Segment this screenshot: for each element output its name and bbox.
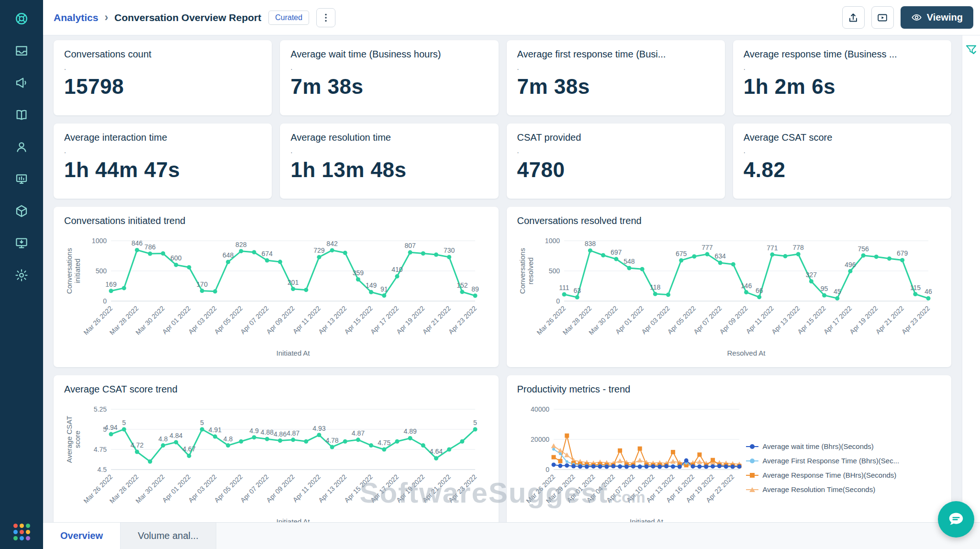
kpi-value: 1h 13m 48s bbox=[290, 158, 488, 182]
svg-text:4.89: 4.89 bbox=[403, 427, 416, 435]
svg-text:201: 201 bbox=[288, 279, 299, 286]
svg-text:842: 842 bbox=[326, 240, 338, 247]
kpi-note: . bbox=[744, 64, 941, 71]
viewing-button[interactable]: Viewing bbox=[901, 6, 973, 29]
svg-text:4.75: 4.75 bbox=[378, 439, 390, 447]
svg-text:697: 697 bbox=[611, 248, 622, 256]
report-tabs-bar: Overview Volume anal... bbox=[43, 522, 980, 549]
kpi-card-average-wait-time[interactable]: Average wait time (Business hours) . 7m … bbox=[280, 40, 498, 115]
kpi-card-average-csat-score[interactable]: Average CSAT score . 4.82 bbox=[733, 123, 951, 199]
settings-icon[interactable] bbox=[13, 267, 30, 283]
legend-item[interactable]: Average Resolution Time(Seconds) bbox=[746, 485, 941, 493]
conversations-resolved-trend-chart: 05001000Mar 26 2022Mar 28 2022Mar 30 202… bbox=[517, 228, 941, 359]
svg-text:828: 828 bbox=[235, 241, 247, 248]
chart-title: Conversations initiated trend bbox=[64, 215, 488, 226]
svg-text:786: 786 bbox=[145, 243, 156, 251]
svg-text:4.9: 4.9 bbox=[249, 427, 259, 435]
svg-text:95: 95 bbox=[820, 285, 828, 292]
svg-text:5.25: 5.25 bbox=[94, 405, 107, 413]
svg-text:Apr 09 2022: Apr 09 2022 bbox=[718, 304, 749, 336]
contacts-icon[interactable] bbox=[13, 139, 30, 155]
chart-title: Average CSAT score trend bbox=[64, 384, 488, 395]
apps-icon[interactable] bbox=[13, 203, 30, 219]
svg-text:675: 675 bbox=[675, 250, 687, 258]
svg-text:4.5: 4.5 bbox=[98, 466, 107, 473]
export-button[interactable] bbox=[842, 6, 865, 29]
svg-text:Apr 09 2022: Apr 09 2022 bbox=[265, 473, 296, 504]
svg-text:1000: 1000 bbox=[545, 237, 559, 245]
svg-text:115: 115 bbox=[910, 284, 921, 291]
app-launcher-icon[interactable] bbox=[13, 524, 30, 540]
svg-text:4.8: 4.8 bbox=[223, 435, 233, 443]
inbox-icon[interactable] bbox=[13, 43, 30, 59]
kpi-card-conversations-count[interactable]: Conversations count . 15798 bbox=[54, 40, 272, 115]
legend-item[interactable]: Average Response Time (BHrs)(Seconds) bbox=[746, 471, 941, 479]
kpi-value: 1h 44m 47s bbox=[64, 158, 261, 182]
tab-volume-analysis[interactable]: Volume anal... bbox=[121, 523, 216, 549]
kpi-note: . bbox=[290, 64, 488, 71]
svg-text:729: 729 bbox=[313, 246, 325, 254]
kpi-note: . bbox=[744, 147, 941, 154]
kpi-value: 15798 bbox=[64, 75, 261, 99]
megaphone-icon[interactable] bbox=[13, 75, 30, 91]
header: Analytics › Conversation Overview Report… bbox=[43, 0, 980, 35]
conversations-resolved-trend-card: Conversations resolved trend 05001000Mar… bbox=[507, 207, 952, 367]
breadcrumb-analytics-link[interactable]: Analytics bbox=[54, 12, 98, 23]
kpi-card-csat-provided[interactable]: CSAT provided . 4780 bbox=[507, 123, 725, 199]
home-icon[interactable] bbox=[13, 11, 30, 27]
kpi-value: 7m 38s bbox=[517, 75, 714, 99]
svg-text:4.8: 4.8 bbox=[158, 435, 168, 443]
sidebar bbox=[0, 0, 43, 549]
monitor-icon[interactable] bbox=[13, 235, 30, 251]
kpi-value: 4.82 bbox=[744, 158, 941, 182]
kpi-card-average-resolution-time[interactable]: Average resolution time . 1h 13m 48s bbox=[280, 123, 498, 199]
kebab-icon bbox=[321, 12, 331, 23]
legend-label: Average wait time (Bhrs)(Seconds) bbox=[763, 442, 874, 450]
svg-text:resolved: resolved bbox=[526, 258, 535, 285]
svg-text:500: 500 bbox=[96, 267, 107, 275]
kpi-value: 7m 38s bbox=[290, 75, 488, 99]
svg-text:4.78: 4.78 bbox=[325, 437, 338, 444]
more-options-button[interactable] bbox=[316, 8, 335, 27]
svg-text:771: 771 bbox=[767, 244, 778, 252]
svg-text:Apr 23 2022: Apr 23 2022 bbox=[900, 304, 931, 336]
book-icon[interactable] bbox=[13, 107, 30, 123]
filter-icon[interactable] bbox=[965, 43, 978, 56]
legend-item[interactable]: Average wait time (Bhrs)(Seconds) bbox=[746, 442, 941, 450]
svg-text:20000: 20000 bbox=[531, 436, 549, 443]
svg-text:118: 118 bbox=[650, 283, 661, 291]
svg-text:4.94: 4.94 bbox=[104, 424, 117, 431]
kpi-title: Average first response time (Busi... bbox=[517, 49, 714, 60]
chat-icon bbox=[947, 510, 965, 528]
svg-text:327: 327 bbox=[805, 271, 817, 279]
report-canvas: Conversations count . 15798 Average wait… bbox=[43, 35, 962, 549]
svg-text:4.84: 4.84 bbox=[169, 432, 182, 439]
svg-text:807: 807 bbox=[404, 242, 416, 249]
eye-icon bbox=[911, 12, 922, 23]
present-button[interactable] bbox=[871, 6, 894, 29]
legend-marker-square-icon bbox=[746, 472, 758, 479]
kpi-card-average-response-time[interactable]: Average response time (Business ... . 1h… bbox=[733, 40, 951, 115]
svg-text:4.86: 4.86 bbox=[274, 430, 287, 438]
svg-text:548: 548 bbox=[624, 258, 635, 265]
kpi-title: Average response time (Business ... bbox=[744, 49, 941, 60]
kpi-note: . bbox=[290, 147, 488, 154]
kpi-card-average-first-response-time[interactable]: Average first response time (Busi... . 7… bbox=[507, 40, 725, 115]
legend-marker-circle-icon bbox=[746, 443, 758, 450]
tab-overview[interactable]: Overview bbox=[43, 523, 121, 549]
kpi-note: . bbox=[64, 64, 261, 71]
kpi-note: . bbox=[517, 147, 714, 154]
svg-text:initiated: initiated bbox=[73, 258, 81, 283]
svg-text:4.75: 4.75 bbox=[94, 446, 107, 453]
conversations-initiated-trend-card: Conversations initiated trend 05001000Ma… bbox=[54, 207, 499, 367]
filter-rail bbox=[962, 35, 980, 549]
legend-item[interactable]: Average First Response Time (Bhrs)(Sec..… bbox=[746, 457, 941, 465]
kpi-card-average-interaction-time[interactable]: Average interaction time . 1h 44m 47s bbox=[54, 123, 272, 199]
chat-widget-button[interactable] bbox=[938, 501, 974, 538]
kpi-note: . bbox=[517, 64, 714, 71]
svg-text:Apr 23 2022: Apr 23 2022 bbox=[447, 473, 478, 504]
svg-text:0: 0 bbox=[103, 297, 107, 305]
svg-text:496: 496 bbox=[845, 261, 856, 269]
svg-text:730: 730 bbox=[444, 246, 455, 254]
reports-icon[interactable] bbox=[13, 171, 30, 187]
